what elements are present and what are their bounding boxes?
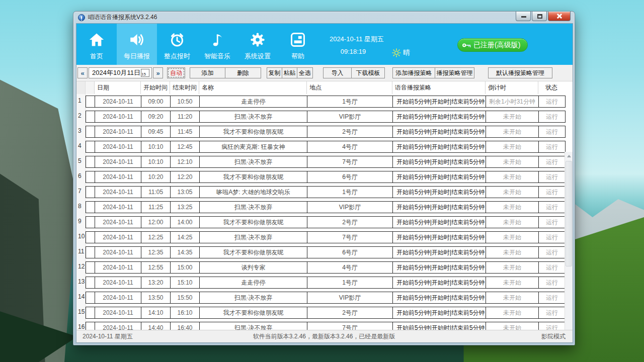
venue-cell[interactable]: 7号厅 <box>307 232 393 243</box>
date-cell[interactable]: 2024-10-11 <box>95 217 141 228</box>
status-cell[interactable]: 运行 <box>539 307 565 318</box>
end-time-cell[interactable]: 12:20 <box>171 171 200 183</box>
venue-cell[interactable]: 6号厅 <box>307 247 393 258</box>
name-cell[interactable]: 我才不要和你做朋友呢 <box>200 247 307 258</box>
table-row[interactable]: 52024-10-1110:1012:10扫黑·决不放弃7号厅开始前5分钟|开始… <box>76 154 573 169</box>
strategy-cell[interactable]: 开始前5分钟|开始时|结束前5分钟 <box>393 187 486 198</box>
nav-tab-hourly-chime[interactable]: 整点报时 <box>157 24 197 65</box>
broadcast-strategy-manage-button[interactable]: 播报策略管理 <box>435 67 474 78</box>
name-cell[interactable]: 疯狂的麦克斯: 狂暴女神 <box>200 141 307 152</box>
start-time-cell[interactable]: 12:55 <box>141 262 171 273</box>
start-time-cell[interactable]: 11:05 <box>141 187 171 198</box>
select-cell[interactable] <box>86 156 95 167</box>
select-cell[interactable] <box>86 217 95 228</box>
status-cell[interactable]: 运行 <box>539 262 565 273</box>
date-cell[interactable]: 2024-10-11 <box>95 96 141 107</box>
name-cell[interactable]: 哆啦A梦: 大雄的地球交响乐 <box>200 187 307 198</box>
scrollbar-thumb[interactable] <box>566 161 572 266</box>
strategy-cell[interactable]: 开始前5分钟|开始时|结束前5分钟 <box>393 202 486 213</box>
date-cell[interactable]: 2024-10-11 <box>95 126 141 137</box>
start-time-cell[interactable]: 12:25 <box>141 232 171 243</box>
header-status[interactable]: 状态 <box>538 81 565 94</box>
date-cell[interactable]: 2024-10-11 <box>95 202 141 213</box>
table-row[interactable]: 92024-10-1112:0014:00我才不要和你做朋友呢2号厅开始前5分钟… <box>76 215 573 230</box>
table-row[interactable]: 152024-10-1114:1016:10我才不要和你做朋友呢2号厅开始前5分… <box>76 305 573 320</box>
name-cell[interactable]: 扫黑·决不放弃 <box>200 292 307 303</box>
auto-button[interactable]: 自动 <box>167 67 185 78</box>
countdown-cell[interactable]: 未开始 <box>486 262 539 273</box>
table-row[interactable]: 62024-10-1110:2012:20我才不要和你做朋友呢6号厅开始前5分钟… <box>76 169 573 185</box>
name-cell[interactable]: 我才不要和你做朋友呢 <box>200 217 307 228</box>
date-cell[interactable]: 2024-10-11 <box>95 141 141 152</box>
venue-cell[interactable]: 4号厅 <box>307 141 393 152</box>
strategy-cell[interactable]: 开始前5分钟|开始时|结束前5分钟 <box>393 96 486 107</box>
end-time-cell[interactable]: 14:00 <box>171 217 200 228</box>
add-button[interactable]: 添加 <box>190 67 225 78</box>
start-time-cell[interactable]: 09:20 <box>141 111 171 122</box>
status-cell[interactable]: 运行 <box>539 141 565 152</box>
countdown-cell[interactable]: 未开始 <box>486 187 539 198</box>
maximize-button[interactable] <box>532 12 547 21</box>
name-cell[interactable]: 扫黑·决不放弃 <box>200 232 307 243</box>
venue-cell[interactable]: VIP影厅 <box>307 292 393 303</box>
calendar-icon[interactable]: 15 <box>141 69 149 77</box>
header-countdown[interactable]: 倒计时 <box>486 81 538 94</box>
venue-cell[interactable]: 6号厅 <box>307 171 393 183</box>
end-time-cell[interactable]: 15:10 <box>171 277 200 288</box>
table-row[interactable]: 162024-10-1114:4016:40扫黑·决不放弃7号厅开始前5分钟|开… <box>76 320 573 331</box>
strategy-cell[interactable]: 开始前5分钟|开始时|结束前5分钟 <box>393 111 486 122</box>
date-cell[interactable]: 2024-10-11 <box>95 247 141 258</box>
venue-cell[interactable]: 1号厅 <box>307 96 393 107</box>
scroll-up-button[interactable] <box>565 152 573 160</box>
strategy-cell[interactable]: 开始前5分钟|开始时|结束前5分钟 <box>393 126 486 137</box>
name-cell[interactable]: 扫黑·决不放弃 <box>200 202 307 213</box>
start-time-cell[interactable]: 13:50 <box>141 292 171 303</box>
table-row[interactable]: 22024-10-1109:2011:20扫黑·决不放弃VIP影厅开始前5分钟|… <box>76 109 573 124</box>
start-time-cell[interactable]: 10:10 <box>141 141 171 152</box>
end-time-cell[interactable]: 10:50 <box>171 96 200 107</box>
start-time-cell[interactable]: 13:20 <box>141 277 171 288</box>
add-broadcast-strategy-button[interactable]: 添加播报策略 <box>392 67 435 78</box>
strategy-cell[interactable]: 开始前5分钟|开始时|结束前5分钟 <box>393 141 486 152</box>
license-badge[interactable]: 已注册(高级版) <box>457 38 528 52</box>
strategy-cell[interactable]: 开始前5分钟|开始时|结束前5分钟 <box>393 247 486 258</box>
countdown-cell[interactable]: 未开始 <box>486 156 539 167</box>
nav-tab-home[interactable]: 首页 <box>76 24 117 65</box>
name-cell[interactable]: 谈判专家 <box>200 262 307 273</box>
end-time-cell[interactable]: 12:10 <box>171 156 200 167</box>
strategy-cell[interactable]: 开始前5分钟|开始时|结束前5分钟 <box>393 217 486 228</box>
date-cell[interactable]: 2024-10-11 <box>95 262 141 273</box>
header-select[interactable] <box>86 81 95 94</box>
countdown-cell[interactable]: 未开始 <box>486 277 539 288</box>
copy-button[interactable]: 复制 <box>267 67 282 78</box>
select-cell[interactable] <box>86 202 95 213</box>
date-cell[interactable]: 2024-10-11 <box>95 307 141 318</box>
table-row[interactable]: 112024-10-1112:3514:35我才不要和你做朋友呢6号厅开始前5分… <box>76 245 573 260</box>
strategy-cell[interactable]: 开始前5分钟|开始时|结束前5分钟 <box>393 292 486 303</box>
header-venue[interactable]: 地点 <box>307 81 392 94</box>
countdown-cell[interactable]: 未开始 <box>486 171 539 183</box>
select-cell[interactable] <box>86 171 95 183</box>
start-time-cell[interactable]: 09:00 <box>141 96 171 107</box>
end-time-cell[interactable]: 13:25 <box>171 202 200 213</box>
venue-cell[interactable]: 4号厅 <box>307 262 393 273</box>
status-cell[interactable]: 运行 <box>539 202 565 213</box>
status-cell[interactable]: 运行 <box>539 126 565 137</box>
strategy-cell[interactable]: 开始前5分钟|开始时|结束前5分钟 <box>393 277 486 288</box>
status-cell[interactable]: 运行 <box>539 96 565 107</box>
status-cell[interactable]: 运行 <box>539 217 565 228</box>
name-cell[interactable]: 我才不要和你做朋友呢 <box>200 307 307 318</box>
default-strategy-manage-button[interactable]: 默认播报策略管理 <box>488 67 552 78</box>
status-cell[interactable]: 运行 <box>539 232 565 243</box>
status-cell[interactable]: 运行 <box>539 277 565 288</box>
start-time-cell[interactable]: 14:10 <box>141 307 171 318</box>
select-cell[interactable] <box>86 126 95 137</box>
status-cell[interactable]: 运行 <box>539 171 565 183</box>
header-strategy[interactable]: 语音播报策略 <box>392 81 486 94</box>
nav-tab-daily-broadcast[interactable]: 每日播报 <box>117 24 157 65</box>
nav-tab-system-settings[interactable]: 系统设置 <box>237 24 278 65</box>
next-day-button[interactable]: » <box>153 67 163 78</box>
name-cell[interactable]: 扫黑·决不放弃 <box>200 156 307 167</box>
paste-button[interactable]: 粘贴 <box>282 67 297 78</box>
table-row[interactable]: 102024-10-1112:2514:25扫黑·决不放弃7号厅开始前5分钟|开… <box>76 230 573 245</box>
